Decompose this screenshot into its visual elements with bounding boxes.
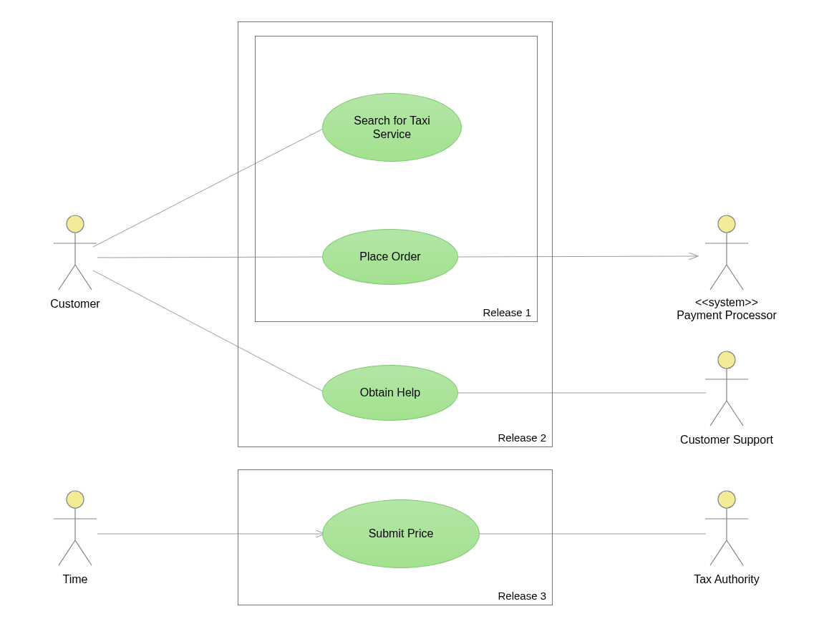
actor-support-label: Customer Support <box>677 434 777 447</box>
svg-point-10 <box>718 215 735 233</box>
actor-customer-support: Customer Support <box>677 351 777 447</box>
actor-customer-label: Customer <box>43 298 107 311</box>
actor-payment-stereotype: <<system>> <box>669 296 784 309</box>
usecase-search-label: Search for Taxi Service <box>354 114 430 141</box>
usecase-placeorder-label: Place Order <box>359 250 420 263</box>
stick-figure-icon <box>702 215 752 293</box>
actor-time: Time <box>43 490 107 586</box>
svg-line-18 <box>710 401 727 426</box>
usecase-placeorder: Place Order <box>322 229 458 285</box>
usecase-search: Search for Taxi Service <box>322 93 462 162</box>
actor-tax-authority: Tax Authority <box>687 490 766 586</box>
usecase-obtainhelp-label: Obtain Help <box>360 386 421 399</box>
usecase-obtainhelp: Obtain Help <box>322 365 458 421</box>
diagram-canvas: Release 2 Release 1 Release 3 Search for… <box>0 0 819 644</box>
svg-line-4 <box>75 265 92 290</box>
svg-line-9 <box>75 540 92 565</box>
release3-label: Release 3 <box>498 590 546 602</box>
actor-customer: Customer <box>43 215 107 311</box>
stick-figure-icon <box>50 215 100 293</box>
actor-time-label: Time <box>43 573 107 586</box>
stick-figure-icon <box>50 490 100 569</box>
actor-payment-processor: <<system>> Payment Processor <box>669 215 784 322</box>
svg-line-24 <box>727 540 743 565</box>
actor-payment-label: Payment Processor <box>669 309 784 322</box>
release1-label: Release 1 <box>483 306 531 318</box>
svg-point-5 <box>67 491 84 508</box>
svg-point-0 <box>67 215 84 233</box>
svg-line-13 <box>710 265 727 290</box>
svg-point-20 <box>718 491 735 508</box>
release2-label: Release 2 <box>498 431 546 444</box>
svg-line-19 <box>727 401 743 426</box>
svg-line-3 <box>59 265 75 290</box>
stick-figure-icon <box>702 351 752 429</box>
usecase-submitprice: Submit Price <box>322 499 480 568</box>
svg-line-23 <box>710 540 727 565</box>
svg-line-14 <box>727 265 743 290</box>
actor-tax-label: Tax Authority <box>687 573 766 586</box>
svg-point-15 <box>718 351 735 369</box>
svg-line-8 <box>59 540 75 565</box>
stick-figure-icon <box>702 490 752 569</box>
usecase-submitprice-label: Submit Price <box>369 527 434 540</box>
